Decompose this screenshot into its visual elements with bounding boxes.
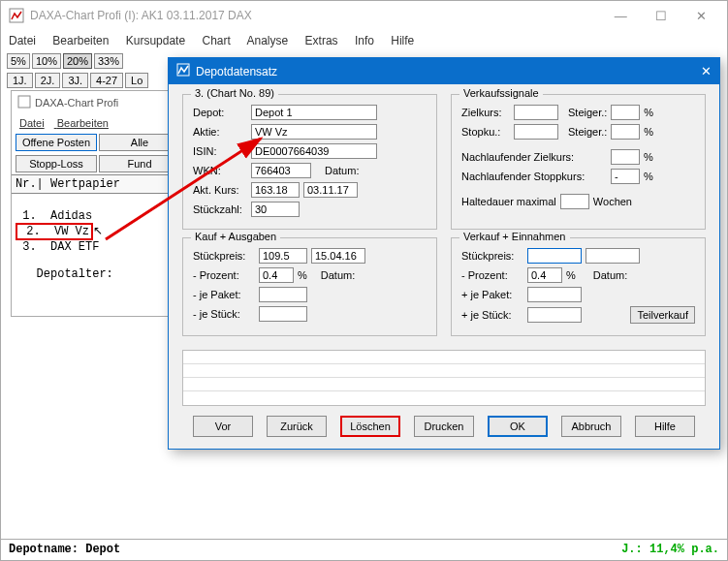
verkauf-title: Verkauf + Einnahmen: [459, 231, 570, 242]
main-titlebar: DAXA-Chart Profi (I): AK1 03.11.2017 DAX…: [1, 1, 727, 30]
nl-zielkurs-input[interactable]: [611, 149, 640, 165]
range-1j[interactable]: 1J.: [7, 73, 33, 88]
svg-rect-1: [18, 96, 30, 108]
menu-info[interactable]: Info: [355, 34, 374, 47]
kauf-jepaket-input[interactable]: [259, 287, 307, 302]
aktkurs-date-input[interactable]: [303, 182, 358, 198]
nl-stoppkurs-label: Nachlaufender Stoppkurs:: [461, 171, 607, 182]
kauf-date-input[interactable]: [311, 248, 365, 264]
kauf-stueckpreis-input[interactable]: [259, 248, 307, 264]
pct-10[interactable]: 10%: [32, 53, 61, 69]
verkauf-stueckpreis-input[interactable]: [527, 248, 582, 264]
btn-offene-posten[interactable]: Offene Posten: [16, 134, 97, 151]
zielkurs-input[interactable]: [514, 105, 558, 120]
stopkurs-label: Stopku.:: [461, 126, 510, 138]
range-427[interactable]: 4-27: [90, 73, 123, 88]
pct-label: %: [644, 126, 653, 138]
teilverkauf-button[interactable]: Teilverkauf: [630, 306, 695, 324]
isin-input[interactable]: [251, 143, 377, 159]
stopkurs-input[interactable]: [514, 124, 558, 140]
pct-label: %: [644, 107, 653, 118]
notes-area[interactable]: [182, 350, 706, 406]
status-bar: Depotname: Depot J.: 11,4% p.a.: [1, 539, 727, 560]
verkauf-date-input[interactable]: [586, 248, 640, 264]
verkauf-datum-label: Datum:: [593, 269, 627, 281]
dialog-title: Depotdatensatz: [196, 65, 277, 78]
vor-button[interactable]: Vor: [193, 416, 253, 437]
stueckzahl-label: Stückzahl:: [193, 203, 247, 215]
submenu-bearbeiten[interactable]: Bearbeiten: [57, 117, 109, 129]
maximize-button[interactable]: ☐: [643, 9, 680, 23]
zurueck-button[interactable]: Zurück: [267, 416, 327, 437]
status-depotname: Depotname: Depot: [9, 543, 120, 557]
subwin-title: DAXA-Chart Profi: [35, 97, 118, 109]
ok-button[interactable]: OK: [488, 416, 548, 437]
steiger-label: Steiger.:: [568, 107, 607, 118]
nl-stoppkurs-input[interactable]: [611, 169, 640, 184]
list-item-selected[interactable]: 2. VW Vz: [16, 223, 93, 240]
verkauf-pjestueck-input[interactable]: [527, 307, 582, 323]
cursor-icon: ↖: [93, 224, 103, 237]
verkaufssignale-title: Verkaufssignale: [459, 87, 543, 99]
menu-kursupdate[interactable]: Kursupdate: [126, 34, 185, 47]
aktkurs-label: Akt. Kurs:: [193, 184, 247, 196]
kauf-prozent-input[interactable]: [259, 267, 294, 283]
verkauf-pjestueck-label: + je Stück:: [461, 309, 523, 321]
kauf-jepaket-label: - je Paket:: [193, 289, 255, 300]
datum-label: Datum:: [325, 165, 359, 176]
menu-datei[interactable]: Datei: [9, 34, 36, 47]
btn-stopp-loss[interactable]: Stopp-Loss: [16, 155, 97, 172]
zielkurs-label: Zielkurs:: [461, 107, 510, 118]
pct-5[interactable]: 5%: [7, 53, 30, 69]
dialog-close-button[interactable]: ✕: [701, 64, 712, 78]
isin-label: ISIN:: [193, 145, 247, 157]
wkn-input[interactable]: [251, 163, 311, 178]
range-lo[interactable]: Lo: [125, 73, 148, 88]
depot-input[interactable]: [251, 105, 377, 120]
range-2j[interactable]: 2J.: [35, 73, 61, 88]
kauf-stueckpreis-label: Stückpreis:: [193, 250, 255, 262]
list-item[interactable]: 3. DAX ETF: [16, 240, 99, 254]
pct-label: %: [644, 151, 653, 163]
loeschen-button[interactable]: Löschen: [340, 416, 400, 437]
drucken-button[interactable]: Drucken: [414, 416, 474, 437]
menu-bearbeiten[interactable]: Bearbeiten: [52, 34, 109, 47]
menu-extras[interactable]: Extras: [305, 34, 338, 47]
stueckzahl-input[interactable]: [251, 202, 300, 217]
hilfe-button[interactable]: Hilfe: [635, 416, 695, 437]
menu-hilfe[interactable]: Hilfe: [391, 34, 414, 47]
depot-list: 1. Adidas 2. VW Vz↖ 3. DAX ETF Depotalte…: [12, 194, 184, 316]
kauf-datum-label: Datum:: [321, 269, 355, 281]
kauf-group: Kauf + Ausgaben Stückpreis: - Prozent: %…: [182, 237, 437, 336]
status-perf: J.: 11,4% p.a.: [621, 543, 719, 557]
aktkurs-input[interactable]: [251, 182, 300, 198]
menu-chart[interactable]: Chart: [202, 34, 230, 47]
abbruch-button[interactable]: Abbruch: [561, 416, 621, 437]
pct-20[interactable]: 20%: [63, 53, 92, 69]
close-button[interactable]: ✕: [682, 9, 719, 23]
haltedauer-input[interactable]: [560, 194, 589, 209]
wochen-label: Wochen: [593, 196, 632, 207]
verkauf-prozent-input[interactable]: [527, 267, 562, 283]
kauf-prozent-label: - Prozent:: [193, 269, 255, 281]
aktie-input[interactable]: [251, 124, 377, 140]
list-item[interactable]: 1. Adidas: [16, 209, 92, 223]
pct-33[interactable]: 33%: [94, 53, 123, 69]
window-controls: — ☐ ✕: [602, 9, 719, 23]
minimize-button[interactable]: —: [602, 9, 639, 23]
verkauf-stueckpreis-label: Stückpreis:: [461, 250, 523, 262]
steiger-input[interactable]: [611, 105, 640, 120]
list-header: Nr.| Wertpapier: [12, 174, 184, 194]
verkauf-group: Verkauf + Einnahmen Stückpreis: - Prozen…: [451, 237, 706, 336]
wkn-label: WKN:: [193, 165, 247, 176]
steiger2-label: Steiger.:: [568, 126, 607, 138]
kauf-jestueck-input[interactable]: [259, 306, 307, 322]
kauf-jestueck-label: - je Stück:: [193, 308, 255, 320]
verkauf-pjepaket-input[interactable]: [527, 287, 582, 302]
depotdatensatz-dialog: Depotdatensatz ✕ 3. (Chart No. 89) Depot…: [168, 57, 720, 450]
range-3j[interactable]: 3J.: [62, 73, 88, 88]
submenu-datei[interactable]: Datei: [19, 117, 45, 129]
steiger2-input[interactable]: [611, 124, 640, 140]
app-icon: [176, 63, 190, 79]
menu-analyse[interactable]: Analyse: [247, 34, 289, 47]
